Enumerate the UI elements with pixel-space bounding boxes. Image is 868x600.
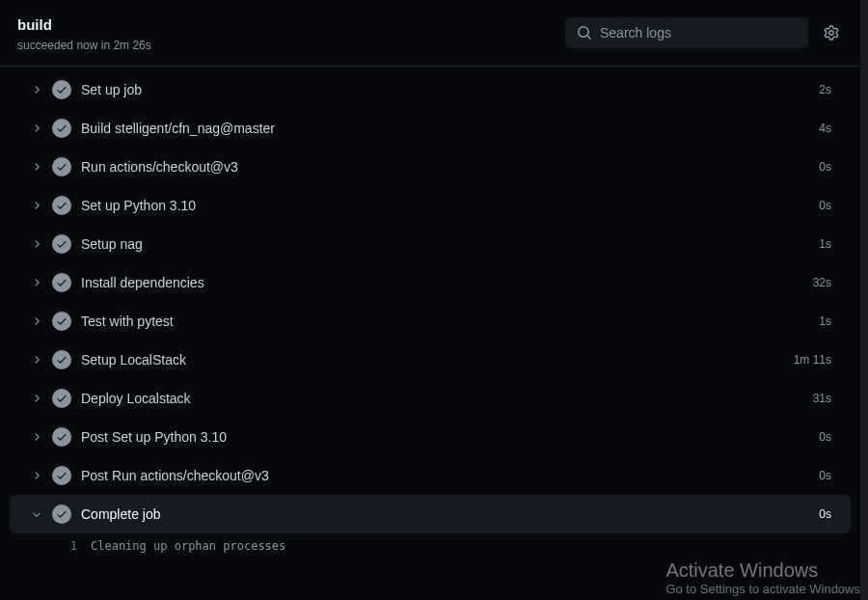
- header-right: [565, 17, 843, 48]
- step-duration: 2s: [819, 83, 831, 96]
- step-duration: 0s: [819, 430, 831, 444]
- check-circle-icon: [52, 119, 71, 138]
- chevron-right-icon: [29, 161, 44, 173]
- chevron-right-icon: [29, 393, 44, 404]
- step-row[interactable]: Setup nag1s: [10, 225, 851, 263]
- step-name: Test with pytest: [81, 314, 819, 329]
- step-duration: 1s: [819, 237, 831, 251]
- check-circle-icon: [52, 80, 71, 99]
- watermark-subtitle: Go to Settings to activate Windows: [665, 582, 860, 596]
- check-circle-icon: [52, 427, 71, 447]
- check-circle-icon: [52, 466, 71, 485]
- step-name: Deploy Localstack: [81, 391, 813, 406]
- step-name: Setup LocalStack: [81, 352, 794, 368]
- job-title: build: [17, 15, 151, 35]
- step-name: Build stelligent/cfn_nag@master: [81, 121, 819, 136]
- step-row[interactable]: Setup LocalStack1m 11s: [10, 341, 851, 379]
- step-row[interactable]: Run actions/checkout@v30s: [10, 148, 851, 186]
- chevron-right-icon: [29, 238, 44, 250]
- check-circle-icon: [52, 505, 71, 524]
- log-line: 1Cleaning up orphan processes: [10, 537, 851, 555]
- step-name: Set up Python 3.10: [81, 198, 819, 213]
- check-circle-icon: [52, 350, 71, 369]
- step-row[interactable]: Set up Python 3.100s: [10, 186, 851, 225]
- step-duration: 32s: [813, 276, 831, 289]
- check-circle-icon: [52, 273, 71, 292]
- step-name: Set up job: [81, 82, 819, 97]
- chevron-right-icon: [29, 84, 44, 95]
- chevron-right-icon: [29, 315, 44, 327]
- step-duration: 0s: [819, 199, 831, 212]
- chevron-right-icon: [29, 470, 44, 481]
- header-left: build succeeded now in 2m 26s: [17, 15, 151, 52]
- log-search-input[interactable]: [600, 25, 797, 41]
- chevron-right-icon: [29, 123, 44, 134]
- step-duration: 0s: [819, 469, 831, 482]
- step-duration: 0s: [819, 507, 831, 521]
- step-name: Post Set up Python 3.10: [81, 429, 819, 445]
- step-row[interactable]: Post Run actions/checkout@v30s: [10, 456, 851, 495]
- settings-button[interactable]: [820, 21, 843, 44]
- step-row[interactable]: Set up job2s: [10, 70, 851, 109]
- step-row[interactable]: Post Set up Python 3.100s: [10, 418, 851, 456]
- gear-icon: [824, 25, 839, 41]
- step-duration: 0s: [819, 160, 831, 174]
- watermark-title: Activate Windows: [665, 559, 860, 582]
- chevron-right-icon: [29, 200, 44, 211]
- check-circle-icon: [52, 234, 71, 254]
- chevron-down-icon: [29, 508, 44, 520]
- check-circle-icon: [52, 389, 71, 408]
- log-line-text: Cleaning up orphan processes: [91, 539, 285, 553]
- windows-activation-watermark: Activate Windows Go to Settings to activ…: [665, 556, 860, 600]
- check-circle-icon: [52, 312, 71, 331]
- step-row[interactable]: Test with pytest1s: [10, 302, 851, 341]
- job-header: build succeeded now in 2m 26s: [0, 0, 860, 67]
- check-circle-icon: [52, 196, 71, 215]
- step-duration: 1s: [819, 314, 831, 328]
- step-name: Setup nag: [81, 236, 819, 252]
- step-row[interactable]: Complete job0s: [10, 495, 851, 533]
- chevron-right-icon: [29, 277, 44, 288]
- steps-list: Set up job2sBuild stelligent/cfn_nag@mas…: [0, 67, 860, 559]
- step-row[interactable]: Build stelligent/cfn_nag@master4s: [10, 109, 851, 148]
- step-row[interactable]: Deploy Localstack31s: [10, 379, 851, 418]
- step-duration: 1m 11s: [794, 353, 831, 367]
- step-name: Post Run actions/checkout@v3: [81, 468, 819, 483]
- step-name: Install dependencies: [81, 275, 813, 290]
- step-row[interactable]: Install dependencies32s: [10, 263, 851, 302]
- check-circle-icon: [52, 157, 71, 177]
- log-line-number: 1: [48, 539, 77, 553]
- step-duration: 31s: [813, 392, 831, 405]
- search-icon: [577, 25, 592, 41]
- step-name: Complete job: [81, 506, 819, 522]
- log-search-box[interactable]: [565, 17, 808, 48]
- step-duration: 4s: [819, 122, 831, 135]
- job-status-subtitle: succeeded now in 2m 26s: [17, 39, 151, 52]
- chevron-right-icon: [29, 354, 44, 366]
- chevron-right-icon: [29, 431, 44, 443]
- step-name: Run actions/checkout@v3: [81, 159, 819, 175]
